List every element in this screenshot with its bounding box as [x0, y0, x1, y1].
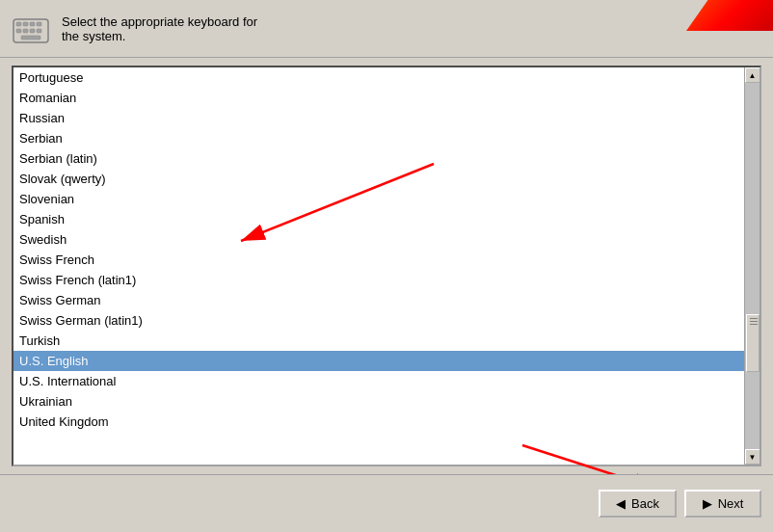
- list-item[interactable]: Romanian: [13, 88, 744, 108]
- svg-rect-9: [21, 36, 40, 40]
- svg-rect-6: [23, 29, 28, 33]
- keyboard-list[interactable]: PortugueseRomanianRussianSerbianSerbian …: [13, 67, 744, 465]
- svg-rect-4: [37, 22, 41, 26]
- scroll-up-button[interactable]: ▲: [745, 67, 760, 83]
- keyboard-icon: [12, 10, 50, 48]
- keyboard-list-container: PortugueseRomanianRussianSerbianSerbian …: [0, 58, 773, 474]
- list-item[interactable]: Swedish: [13, 229, 744, 250]
- next-button-label: Next: [718, 496, 744, 511]
- back-button-label: Back: [631, 496, 659, 511]
- list-item[interactable]: Portuguese: [13, 67, 744, 88]
- svg-rect-8: [37, 29, 41, 33]
- header: Select the appropriate keyboard for the …: [0, 0, 773, 58]
- scrollbar[interactable]: ▲ ▼: [744, 67, 760, 465]
- list-item[interactable]: Spanish: [13, 209, 744, 229]
- list-item[interactable]: United Kingdom: [13, 412, 744, 432]
- list-item[interactable]: Ukrainian: [13, 391, 744, 412]
- list-item[interactable]: U.S. English: [13, 351, 744, 371]
- svg-rect-1: [16, 22, 21, 26]
- logo: [686, 0, 773, 31]
- list-item[interactable]: Swiss French (latin1): [13, 270, 744, 290]
- list-item[interactable]: Serbian (latin): [13, 148, 744, 169]
- list-item[interactable]: Russian: [13, 108, 744, 128]
- list-item[interactable]: Swiss French: [13, 250, 744, 270]
- header-text: Select the appropriate keyboard for the …: [62, 14, 257, 43]
- list-item[interactable]: Slovak (qwerty): [13, 169, 744, 189]
- scroll-track[interactable]: [745, 83, 760, 449]
- next-button[interactable]: ▶ Next: [684, 490, 761, 518]
- svg-rect-2: [23, 22, 28, 26]
- scroll-thumb[interactable]: [746, 314, 760, 372]
- list-item[interactable]: Swiss German (latin1): [13, 310, 744, 331]
- list-item[interactable]: Turkish: [13, 331, 744, 351]
- back-arrow-icon: ◀: [616, 496, 626, 511]
- next-arrow-icon: ▶: [703, 496, 712, 511]
- svg-rect-3: [30, 22, 35, 26]
- scroll-down-button[interactable]: ▼: [745, 449, 760, 465]
- list-item[interactable]: Slovenian: [13, 189, 744, 209]
- svg-rect-5: [16, 29, 21, 33]
- back-button[interactable]: ◀ Back: [599, 490, 677, 518]
- list-item[interactable]: Serbian: [13, 128, 744, 148]
- svg-rect-7: [30, 29, 35, 33]
- list-item[interactable]: U.S. International: [13, 371, 744, 391]
- bottom-bar: ◀ Back ▶ Next: [0, 474, 773, 532]
- list-item[interactable]: Swiss German: [13, 290, 744, 310]
